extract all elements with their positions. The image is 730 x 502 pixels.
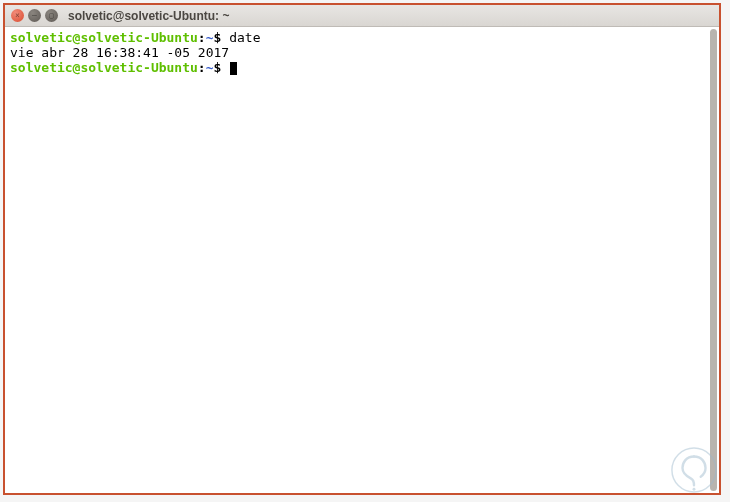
prompt-user-host: solvetic@solvetic-Ubuntu bbox=[10, 30, 198, 45]
prompt-separator: : bbox=[198, 60, 206, 75]
prompt-dollar: $ bbox=[214, 30, 222, 45]
maximize-icon[interactable]: ▢ bbox=[45, 9, 58, 22]
terminal[interactable]: solvetic@solvetic-Ubuntu:~$ date vie abr… bbox=[5, 27, 709, 493]
scrollbar-thumb[interactable] bbox=[710, 29, 717, 491]
output-line: vie abr 28 16:38:41 -05 2017 bbox=[10, 45, 229, 60]
prompt-path: ~ bbox=[206, 30, 214, 45]
titlebar[interactable]: × – ▢ solvetic@solvetic-Ubuntu: ~ bbox=[5, 5, 719, 27]
terminal-window: × – ▢ solvetic@solvetic-Ubuntu: ~ solvet… bbox=[3, 3, 721, 495]
scrollbar[interactable] bbox=[709, 29, 717, 491]
prompt-dollar: $ bbox=[214, 60, 222, 75]
minimize-icon[interactable]: – bbox=[28, 9, 41, 22]
prompt-user-host: solvetic@solvetic-Ubuntu bbox=[10, 60, 198, 75]
close-icon[interactable]: × bbox=[11, 9, 24, 22]
prompt-separator: : bbox=[198, 30, 206, 45]
terminal-area: solvetic@solvetic-Ubuntu:~$ date vie abr… bbox=[5, 27, 719, 493]
command-text: date bbox=[229, 30, 260, 45]
prompt-path: ~ bbox=[206, 60, 214, 75]
cursor-icon bbox=[230, 62, 237, 75]
window-title: solvetic@solvetic-Ubuntu: ~ bbox=[68, 9, 229, 23]
